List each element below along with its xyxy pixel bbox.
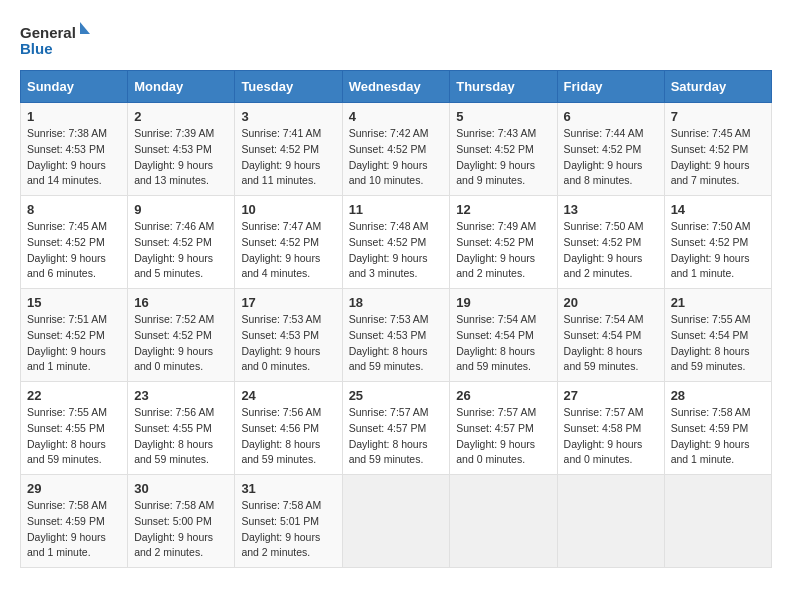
calendar-cell: 3Sunrise: 7:41 AMSunset: 4:52 PMDaylight… bbox=[235, 103, 342, 196]
header-monday: Monday bbox=[128, 71, 235, 103]
day-info: Sunrise: 7:58 AMSunset: 4:59 PMDaylight:… bbox=[27, 498, 121, 561]
day-number: 11 bbox=[349, 202, 444, 217]
calendar-cell: 28Sunrise: 7:58 AMSunset: 4:59 PMDayligh… bbox=[664, 382, 771, 475]
calendar-cell: 19Sunrise: 7:54 AMSunset: 4:54 PMDayligh… bbox=[450, 289, 557, 382]
day-number: 17 bbox=[241, 295, 335, 310]
day-number: 4 bbox=[349, 109, 444, 124]
header-friday: Friday bbox=[557, 71, 664, 103]
day-number: 9 bbox=[134, 202, 228, 217]
day-number: 14 bbox=[671, 202, 765, 217]
day-number: 2 bbox=[134, 109, 228, 124]
calendar-week-1: 1Sunrise: 7:38 AMSunset: 4:53 PMDaylight… bbox=[21, 103, 772, 196]
day-number: 15 bbox=[27, 295, 121, 310]
day-number: 29 bbox=[27, 481, 121, 496]
day-number: 3 bbox=[241, 109, 335, 124]
day-number: 1 bbox=[27, 109, 121, 124]
calendar-cell: 20Sunrise: 7:54 AMSunset: 4:54 PMDayligh… bbox=[557, 289, 664, 382]
day-info: Sunrise: 7:57 AMSunset: 4:57 PMDaylight:… bbox=[349, 405, 444, 468]
day-info: Sunrise: 7:41 AMSunset: 4:52 PMDaylight:… bbox=[241, 126, 335, 189]
calendar-cell bbox=[664, 475, 771, 568]
calendar-cell: 6Sunrise: 7:44 AMSunset: 4:52 PMDaylight… bbox=[557, 103, 664, 196]
day-info: Sunrise: 7:55 AMSunset: 4:54 PMDaylight:… bbox=[671, 312, 765, 375]
day-number: 21 bbox=[671, 295, 765, 310]
header-sunday: Sunday bbox=[21, 71, 128, 103]
calendar-cell: 5Sunrise: 7:43 AMSunset: 4:52 PMDaylight… bbox=[450, 103, 557, 196]
calendar-cell: 27Sunrise: 7:57 AMSunset: 4:58 PMDayligh… bbox=[557, 382, 664, 475]
calendar-cell: 13Sunrise: 7:50 AMSunset: 4:52 PMDayligh… bbox=[557, 196, 664, 289]
calendar-cell: 18Sunrise: 7:53 AMSunset: 4:53 PMDayligh… bbox=[342, 289, 450, 382]
header-row: SundayMondayTuesdayWednesdayThursdayFrid… bbox=[21, 71, 772, 103]
calendar-cell: 15Sunrise: 7:51 AMSunset: 4:52 PMDayligh… bbox=[21, 289, 128, 382]
day-number: 28 bbox=[671, 388, 765, 403]
day-number: 18 bbox=[349, 295, 444, 310]
day-info: Sunrise: 7:51 AMSunset: 4:52 PMDaylight:… bbox=[27, 312, 121, 375]
day-info: Sunrise: 7:55 AMSunset: 4:55 PMDaylight:… bbox=[27, 405, 121, 468]
calendar-body: 1Sunrise: 7:38 AMSunset: 4:53 PMDaylight… bbox=[21, 103, 772, 568]
day-number: 20 bbox=[564, 295, 658, 310]
day-info: Sunrise: 7:45 AMSunset: 4:52 PMDaylight:… bbox=[671, 126, 765, 189]
calendar-cell: 9Sunrise: 7:46 AMSunset: 4:52 PMDaylight… bbox=[128, 196, 235, 289]
calendar-cell: 8Sunrise: 7:45 AMSunset: 4:52 PMDaylight… bbox=[21, 196, 128, 289]
calendar-cell: 4Sunrise: 7:42 AMSunset: 4:52 PMDaylight… bbox=[342, 103, 450, 196]
calendar-week-3: 15Sunrise: 7:51 AMSunset: 4:52 PMDayligh… bbox=[21, 289, 772, 382]
day-number: 27 bbox=[564, 388, 658, 403]
calendar-week-2: 8Sunrise: 7:45 AMSunset: 4:52 PMDaylight… bbox=[21, 196, 772, 289]
day-number: 19 bbox=[456, 295, 550, 310]
day-info: Sunrise: 7:58 AMSunset: 5:00 PMDaylight:… bbox=[134, 498, 228, 561]
svg-text:General: General bbox=[20, 24, 76, 41]
day-info: Sunrise: 7:56 AMSunset: 4:55 PMDaylight:… bbox=[134, 405, 228, 468]
day-info: Sunrise: 7:54 AMSunset: 4:54 PMDaylight:… bbox=[564, 312, 658, 375]
calendar-cell: 1Sunrise: 7:38 AMSunset: 4:53 PMDaylight… bbox=[21, 103, 128, 196]
calendar-cell: 31Sunrise: 7:58 AMSunset: 5:01 PMDayligh… bbox=[235, 475, 342, 568]
day-info: Sunrise: 7:53 AMSunset: 4:53 PMDaylight:… bbox=[241, 312, 335, 375]
day-info: Sunrise: 7:57 AMSunset: 4:57 PMDaylight:… bbox=[456, 405, 550, 468]
day-info: Sunrise: 7:50 AMSunset: 4:52 PMDaylight:… bbox=[671, 219, 765, 282]
calendar-cell: 21Sunrise: 7:55 AMSunset: 4:54 PMDayligh… bbox=[664, 289, 771, 382]
calendar-cell: 25Sunrise: 7:57 AMSunset: 4:57 PMDayligh… bbox=[342, 382, 450, 475]
logo: General Blue bbox=[20, 20, 90, 60]
day-info: Sunrise: 7:43 AMSunset: 4:52 PMDaylight:… bbox=[456, 126, 550, 189]
calendar-cell: 23Sunrise: 7:56 AMSunset: 4:55 PMDayligh… bbox=[128, 382, 235, 475]
day-number: 12 bbox=[456, 202, 550, 217]
header-wednesday: Wednesday bbox=[342, 71, 450, 103]
calendar-cell: 11Sunrise: 7:48 AMSunset: 4:52 PMDayligh… bbox=[342, 196, 450, 289]
day-number: 13 bbox=[564, 202, 658, 217]
header-tuesday: Tuesday bbox=[235, 71, 342, 103]
calendar-cell: 12Sunrise: 7:49 AMSunset: 4:52 PMDayligh… bbox=[450, 196, 557, 289]
day-number: 31 bbox=[241, 481, 335, 496]
day-info: Sunrise: 7:49 AMSunset: 4:52 PMDaylight:… bbox=[456, 219, 550, 282]
day-number: 24 bbox=[241, 388, 335, 403]
calendar-week-4: 22Sunrise: 7:55 AMSunset: 4:55 PMDayligh… bbox=[21, 382, 772, 475]
page-header: General Blue bbox=[20, 20, 772, 60]
calendar-cell: 22Sunrise: 7:55 AMSunset: 4:55 PMDayligh… bbox=[21, 382, 128, 475]
day-number: 23 bbox=[134, 388, 228, 403]
calendar-cell bbox=[450, 475, 557, 568]
day-number: 7 bbox=[671, 109, 765, 124]
day-info: Sunrise: 7:44 AMSunset: 4:52 PMDaylight:… bbox=[564, 126, 658, 189]
calendar-table: SundayMondayTuesdayWednesdayThursdayFrid… bbox=[20, 70, 772, 568]
day-number: 16 bbox=[134, 295, 228, 310]
header-thursday: Thursday bbox=[450, 71, 557, 103]
calendar-cell: 2Sunrise: 7:39 AMSunset: 4:53 PMDaylight… bbox=[128, 103, 235, 196]
day-info: Sunrise: 7:38 AMSunset: 4:53 PMDaylight:… bbox=[27, 126, 121, 189]
day-info: Sunrise: 7:45 AMSunset: 4:52 PMDaylight:… bbox=[27, 219, 121, 282]
day-number: 26 bbox=[456, 388, 550, 403]
day-info: Sunrise: 7:53 AMSunset: 4:53 PMDaylight:… bbox=[349, 312, 444, 375]
day-number: 22 bbox=[27, 388, 121, 403]
day-number: 10 bbox=[241, 202, 335, 217]
day-number: 8 bbox=[27, 202, 121, 217]
day-info: Sunrise: 7:58 AMSunset: 5:01 PMDaylight:… bbox=[241, 498, 335, 561]
calendar-cell bbox=[342, 475, 450, 568]
day-info: Sunrise: 7:57 AMSunset: 4:58 PMDaylight:… bbox=[564, 405, 658, 468]
day-number: 6 bbox=[564, 109, 658, 124]
day-info: Sunrise: 7:52 AMSunset: 4:52 PMDaylight:… bbox=[134, 312, 228, 375]
calendar-cell: 7Sunrise: 7:45 AMSunset: 4:52 PMDaylight… bbox=[664, 103, 771, 196]
day-info: Sunrise: 7:50 AMSunset: 4:52 PMDaylight:… bbox=[564, 219, 658, 282]
calendar-week-5: 29Sunrise: 7:58 AMSunset: 4:59 PMDayligh… bbox=[21, 475, 772, 568]
day-info: Sunrise: 7:39 AMSunset: 4:53 PMDaylight:… bbox=[134, 126, 228, 189]
day-info: Sunrise: 7:46 AMSunset: 4:52 PMDaylight:… bbox=[134, 219, 228, 282]
calendar-cell: 10Sunrise: 7:47 AMSunset: 4:52 PMDayligh… bbox=[235, 196, 342, 289]
day-number: 30 bbox=[134, 481, 228, 496]
calendar-cell bbox=[557, 475, 664, 568]
logo-svg: General Blue bbox=[20, 20, 90, 60]
